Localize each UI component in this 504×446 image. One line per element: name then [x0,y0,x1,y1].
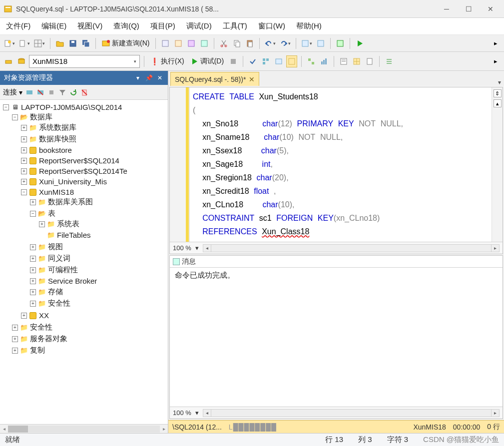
tree-db-xx[interactable]: +XX [21,311,167,320]
tree-server[interactable]: −LAPTOP-1J0M5AIG\SQL2014 [3,103,167,111]
tree-db-xunmis18[interactable]: −XunMIS18 [21,188,167,196]
tree-synonyms[interactable]: +同义词 [30,254,167,263]
pane-menu-icon[interactable]: ▾ [134,74,142,82]
tree-db-security[interactable]: +安全性 [30,299,167,308]
menu-file[interactable]: 文件(F) [4,19,32,33]
new-file-button[interactable]: ▾ [18,37,31,49]
menu-tools[interactable]: 工具(T) [221,19,249,33]
document-tab-active[interactable]: SQLQuery4.sql -. 58))* ✕ [170,72,259,86]
tree-programmability[interactable]: +可编程性 [30,265,167,275]
svg-point-13 [107,40,110,43]
tree-service-broker[interactable]: +Service Broker [30,277,167,285]
sql-editor[interactable]: CREATE TABLE Xun_Students18 ( xn_Sno18 c… [190,87,492,242]
available-databases-icon[interactable] [16,55,27,67]
tree-storage[interactable]: +存储 [30,287,167,297]
refresh-button[interactable] [69,88,77,96]
object-explorer-tree[interactable]: −LAPTOP-1J0M5AIG\SQL2014 −数据库 +系统数据库 +数据… [0,100,168,424]
cut-button[interactable] [218,37,229,49]
open-button[interactable] [54,37,65,49]
execute-button[interactable]: ❗ 执行(X) [148,55,186,67]
results-to-grid-button[interactable] [351,55,362,67]
stop-button[interactable] [47,88,55,96]
parse-button[interactable] [247,55,258,67]
grid-button[interactable]: ▾ [33,37,46,49]
undo-button[interactable]: ▾ [264,37,277,49]
nav-back-button[interactable]: ▾ [300,37,313,49]
tree-server-objects[interactable]: +服务器对象 [12,334,167,344]
tree-system-tables[interactable]: +系统表 [39,219,167,229]
messages-body[interactable]: 命令已成功完成。 [170,268,503,407]
copy-button[interactable] [231,37,242,49]
tree-diagrams[interactable]: +数据库关系图 [30,197,167,207]
menu-window[interactable]: 窗口(W) [256,19,287,33]
scroll-up-icon[interactable]: ▴ [494,99,502,107]
redo-button[interactable]: ▾ [279,37,292,49]
minimize-button[interactable]: ─ [436,2,457,16]
messages-zoom-selector[interactable]: 100 % ▾ [173,409,199,417]
change-connection-button[interactable] [3,55,14,67]
document-tab-close-icon[interactable]: ✕ [249,75,255,83]
tree-db-snapshots[interactable]: +数据库快照 [21,134,167,144]
actual-plan-button[interactable] [306,55,317,67]
messages-tab-label[interactable]: 消息 [182,257,196,266]
tree-system-databases[interactable]: +系统数据库 [21,123,167,132]
tree-db-reportserver[interactable]: +ReportServer$SQL2014 [21,156,167,165]
menu-view[interactable]: 视图(V) [75,19,104,33]
nav-fwd-button[interactable] [315,37,326,49]
menu-project[interactable]: 项目(P) [148,19,177,33]
tree-filetables[interactable]: FileTables [39,231,167,239]
results-to-file-button[interactable] [364,55,375,67]
tree-security[interactable]: +安全性 [12,323,167,332]
estimated-plan-button[interactable] [260,55,271,67]
start-debug-button[interactable] [354,37,365,49]
explorer-hscroll[interactable]: ◂ ▸ [0,424,168,433]
mdx-button[interactable] [173,37,184,49]
results-to-text-button[interactable] [338,55,349,67]
de-button[interactable] [160,37,171,49]
tree-replication[interactable]: +复制 [12,346,167,355]
xmla-button[interactable] [199,37,210,49]
dmx-button[interactable] [186,37,197,49]
zoom-selector[interactable]: 100 % ▾ [173,244,199,252]
new-query-button[interactable]: 新建查询(N) [100,37,151,49]
tree-databases[interactable]: −数据库 [12,112,167,122]
save-all-button[interactable] [80,37,91,49]
disconnect-button[interactable] [36,88,44,96]
tree-db-reportserverte[interactable]: +ReportServer$SQL2014Te [21,167,167,175]
intellisense-button[interactable] [286,55,297,67]
pane-pin-icon[interactable]: 📌 [145,74,153,82]
split-toggle-icon[interactable]: ⇕ [494,89,502,97]
tree-tables[interactable]: −表 [30,209,167,218]
menu-help[interactable]: 帮助(H) [294,19,324,33]
tabs-overflow-icon[interactable]: ▾ [498,79,501,86]
database-selector[interactable]: XunMIS18 ▾ [29,55,140,68]
editor-hscroll[interactable]: ◂▸ [203,244,500,252]
delete-button[interactable] [80,88,88,96]
filter-button[interactable] [58,88,66,96]
paste-button[interactable] [244,37,255,49]
debug-button[interactable]: 调试(D) [188,55,226,67]
tree-db-bookstore[interactable]: +bookstore [21,146,167,154]
menu-query[interactable]: 查询(Q) [111,19,141,33]
messages-hscroll[interactable]: ◂▸ [203,409,500,417]
window-title: SQLQuery4.sql - LAPTOP-1J0M5AIG\SQL2014.… [16,5,436,13]
tree-db-xuni[interactable]: +Xuni_University_Mis [21,177,167,186]
tree-views[interactable]: +视图 [30,242,167,252]
menu-edit[interactable]: 编辑(E) [39,19,68,33]
cancel-execute-button[interactable] [228,55,239,67]
close-button[interactable]: ✕ [480,2,501,16]
menu-debug[interactable]: 调试(D) [184,19,214,33]
save-button[interactable] [67,37,78,49]
client-stats-button[interactable] [319,55,330,67]
maximize-button[interactable]: ☐ [458,2,479,16]
toolbar2-overflow[interactable]: ▸ [490,55,501,67]
new-project-button[interactable]: ▾ [3,37,16,49]
pane-close-icon[interactable]: ✕ [156,74,164,82]
connect-dropdown[interactable]: 连接 ▾ [3,88,22,97]
comment-button[interactable] [384,55,395,67]
svg-rect-29 [18,59,24,63]
activity-button[interactable] [335,37,346,49]
connect-server-button[interactable] [25,88,33,96]
query-options-button[interactable] [273,55,284,67]
toolbar-overflow[interactable]: ▸ [490,37,501,49]
